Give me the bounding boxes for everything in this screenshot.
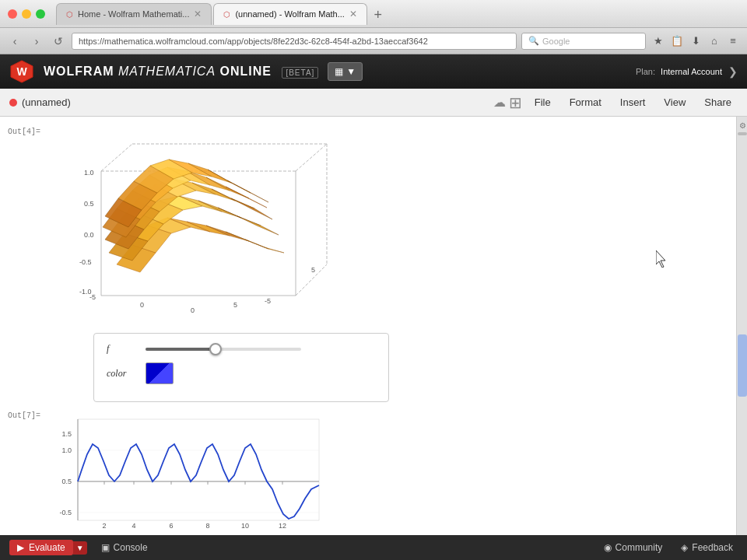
scrollbar-settings-icon[interactable]: ⚙ bbox=[737, 120, 747, 131]
traffic-lights bbox=[8, 9, 45, 19]
notebook-area: Out[4]= bbox=[0, 117, 736, 535]
sidebar-collapse-button[interactable]: ❯ bbox=[728, 65, 738, 78]
search-box[interactable]: 🔍 Google bbox=[521, 33, 646, 50]
svg-text:-0.5: -0.5 bbox=[59, 509, 72, 516]
f-slider-thumb[interactable] bbox=[209, 343, 222, 355]
tab2-favicon: ⬡ bbox=[223, 10, 230, 19]
plot-2d[interactable]: 1.5 1.0 0.5 -0.5 2 4 6 8 10 bbox=[47, 411, 327, 535]
browser-tab-1[interactable]: ⬡ Home - Wolfram Mathemati... ✕ bbox=[56, 3, 212, 25]
cell-label-out7: Out[7]= bbox=[0, 408, 47, 420]
scrollbar[interactable]: ⚙ bbox=[736, 117, 747, 535]
svg-text:-0.5: -0.5 bbox=[79, 258, 92, 266]
svg-text:5: 5 bbox=[311, 266, 315, 274]
manipulate-controls: f color bbox=[93, 333, 389, 402]
f-slider[interactable] bbox=[146, 348, 301, 351]
cell-out4: Out[4]= bbox=[0, 124, 736, 327]
svg-line-7 bbox=[296, 144, 327, 171]
fullscreen-button[interactable] bbox=[36, 9, 45, 19]
svg-text:6: 6 bbox=[169, 522, 173, 530]
title-wolfram: WOLFRAM bbox=[44, 65, 114, 78]
nav-reload-button[interactable]: ↺ bbox=[50, 33, 67, 50]
tab1-close[interactable]: ✕ bbox=[194, 9, 202, 19]
cell-content-plot3d: -5 0 0 5 -5 5 1.0 0.5 0.0 bbox=[47, 124, 721, 327]
file-menu[interactable]: File bbox=[528, 93, 557, 111]
feedback-button[interactable]: ◈ Feedback bbox=[676, 541, 738, 555]
svg-text:0.0: 0.0 bbox=[84, 231, 94, 239]
browser-toolbar-icons: ★ 📋 ⬇ ⌂ ≡ bbox=[651, 33, 741, 49]
evaluate-dropdown-button[interactable]: ▼ bbox=[73, 541, 87, 555]
doc-name: (unnamed) bbox=[22, 96, 71, 108]
browser-tab-2[interactable]: ⬡ (unnamed) - Wolfram Math... ✕ bbox=[213, 3, 366, 25]
menu-icon[interactable]: ≡ bbox=[725, 33, 741, 49]
notebook-main: (unnamed) ☁ ⊞ File Format Insert View Sh… bbox=[0, 89, 747, 535]
feedback-icon: ◈ bbox=[681, 542, 688, 553]
plot-3d-svg: -5 0 0 5 -5 5 1.0 0.5 0.0 bbox=[47, 132, 342, 319]
title-online: ONLINE bbox=[220, 65, 272, 78]
plot-2d-svg: 1.5 1.0 0.5 -0.5 2 4 6 8 10 bbox=[47, 411, 327, 535]
wolfram-logo: W bbox=[9, 59, 34, 84]
plot-3d[interactable]: -5 0 0 5 -5 5 1.0 0.5 0.0 bbox=[47, 132, 342, 319]
cell-out7: Out[7]= bbox=[0, 408, 736, 535]
tab2-close[interactable]: ✕ bbox=[349, 9, 357, 19]
browser-addressbar: ‹ › ↺ https://mathematica.wolframcloud.c… bbox=[0, 28, 747, 54]
address-bar[interactable]: https://mathematica.wolframcloud.com/app… bbox=[72, 33, 517, 50]
present-icon[interactable]: ⊞ bbox=[509, 93, 522, 112]
nav-forward-button[interactable]: › bbox=[28, 33, 45, 50]
svg-text:5: 5 bbox=[233, 301, 237, 309]
notebook-view-button[interactable]: ▦ ▼ bbox=[328, 62, 363, 81]
f-control-row: f bbox=[107, 343, 376, 355]
status-dot bbox=[9, 99, 17, 107]
community-icon: ◉ bbox=[604, 542, 612, 553]
beta-badge: [BETA] bbox=[282, 67, 318, 79]
svg-text:1.0: 1.0 bbox=[84, 169, 94, 177]
download-icon[interactable]: ⬇ bbox=[688, 33, 703, 49]
svg-marker-42 bbox=[226, 187, 267, 208]
console-button[interactable]: ▣ Console bbox=[96, 541, 153, 555]
notebook-toolbar: (unnamed) ☁ ⊞ File Format Insert View Sh… bbox=[0, 89, 747, 117]
view-menu[interactable]: View bbox=[658, 93, 692, 111]
svg-text:8: 8 bbox=[205, 522, 209, 530]
bookmark-icon[interactable]: ★ bbox=[651, 33, 666, 49]
evaluate-button[interactable]: ▶ Evaluate bbox=[9, 540, 73, 555]
nav-back-button[interactable]: ‹ bbox=[6, 33, 23, 50]
bottom-bar: ▶ Evaluate ▼ ▣ Console ◉ Community ◈ Fee… bbox=[0, 535, 747, 560]
svg-text:0.5: 0.5 bbox=[61, 478, 72, 485]
svg-text:1.5: 1.5 bbox=[61, 430, 72, 438]
doc-status: (unnamed) bbox=[9, 96, 71, 108]
svg-text:-1.0: -1.0 bbox=[79, 288, 92, 296]
new-tab-button[interactable]: + bbox=[369, 6, 388, 25]
console-icon: ▣ bbox=[101, 542, 110, 553]
format-menu[interactable]: Format bbox=[563, 93, 608, 111]
svg-text:0.5: 0.5 bbox=[84, 200, 94, 208]
app-layout: W WOLFRAM MATHEMATICA ONLINE [BETA] ▦ ▼ … bbox=[0, 54, 747, 560]
color-control-row: color bbox=[107, 362, 376, 384]
scrollbar-up-indicator bbox=[738, 132, 747, 135]
svg-text:2: 2 bbox=[102, 522, 106, 530]
share-menu[interactable]: Share bbox=[698, 93, 738, 111]
readinglist-icon[interactable]: 📋 bbox=[669, 33, 685, 49]
view-dropdown-icon: ▼ bbox=[346, 66, 356, 77]
evaluate-arrow-icon: ▶ bbox=[17, 542, 24, 553]
plan-label: Plan: Internal Account bbox=[636, 67, 722, 76]
color-swatch[interactable] bbox=[146, 362, 174, 384]
home-icon[interactable]: ⌂ bbox=[707, 33, 722, 49]
close-button[interactable] bbox=[8, 9, 17, 19]
tab1-title: Home - Wolfram Mathemati... bbox=[78, 9, 189, 19]
app-title: WOLFRAM MATHEMATICA ONLINE [BETA] bbox=[44, 65, 318, 79]
f-label: f bbox=[107, 343, 138, 355]
notebook-content-area: Out[4]= bbox=[0, 117, 747, 535]
view-grid-icon: ▦ bbox=[335, 66, 343, 77]
toolbar-actions: ☁ ⊞ bbox=[493, 93, 522, 112]
minimize-button[interactable] bbox=[22, 9, 31, 19]
svg-marker-18 bbox=[245, 240, 284, 253]
svg-text:4: 4 bbox=[132, 522, 135, 530]
community-button[interactable]: ◉ Community bbox=[599, 541, 668, 555]
notebook-body: (unnamed) ☁ ⊞ File Format Insert View Sh… bbox=[0, 89, 747, 535]
tab1-favicon: ⬡ bbox=[66, 10, 73, 19]
scrollbar-thumb[interactable] bbox=[738, 334, 747, 397]
insert-menu[interactable]: Insert bbox=[614, 93, 652, 111]
cell-label-out4: Out[4]= bbox=[0, 124, 47, 136]
cloud-save-icon[interactable]: ☁ bbox=[493, 95, 506, 110]
header-right: Plan: Internal Account ❯ bbox=[636, 65, 738, 78]
svg-marker-15 bbox=[187, 222, 230, 236]
